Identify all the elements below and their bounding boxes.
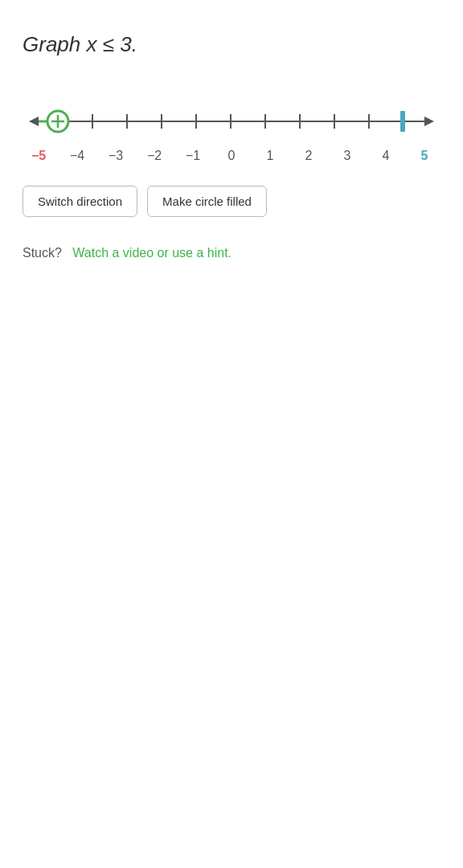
hint-link[interactable]: Watch a video or use a hint.: [72, 246, 232, 260]
number-line-wrapper: [23, 97, 440, 145]
svg-rect-18: [400, 111, 405, 132]
hint-row: Stuck? Watch a video or use a hint.: [23, 246, 440, 260]
svg-marker-2: [424, 117, 434, 126]
label-3: 3: [339, 149, 355, 163]
number-labels: −5 −4 −3 −2 −1 0 1 2 3 4 5: [23, 149, 440, 163]
label-5: 5: [416, 149, 432, 163]
label-neg5: −5: [31, 149, 47, 163]
label-4: 4: [378, 149, 394, 163]
label-2: 2: [301, 149, 317, 163]
label-neg1: −1: [185, 149, 201, 163]
stuck-label: Stuck?: [23, 246, 62, 260]
label-neg4: −4: [69, 149, 85, 163]
number-line-svg: [23, 97, 440, 145]
number-line-section: −5 −4 −3 −2 −1 0 1 2 3 4 5: [23, 97, 440, 163]
label-0: 0: [223, 149, 240, 163]
problem-title: Graph x ≤ 3.: [23, 32, 440, 57]
label-1: 1: [262, 149, 278, 163]
svg-marker-1: [29, 117, 39, 126]
label-neg2: −2: [146, 149, 162, 163]
make-circle-filled-button[interactable]: Make circle filled: [147, 186, 267, 217]
buttons-row: Switch direction Make circle filled: [23, 186, 440, 217]
switch-direction-button[interactable]: Switch direction: [23, 186, 137, 217]
label-neg3: −3: [108, 149, 124, 163]
